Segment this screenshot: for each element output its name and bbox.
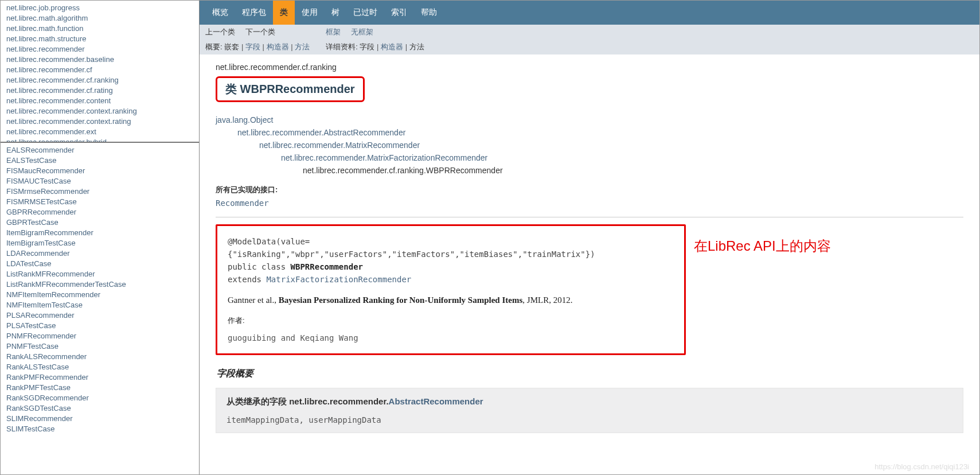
package-link[interactable]: net.librec.recommender.baseline xyxy=(6,54,193,65)
decl-superclass-link[interactable]: MatrixFactorizationRecommender xyxy=(266,275,411,284)
summary-label: 概要: xyxy=(205,42,222,51)
class-link[interactable]: SLIMTestCase xyxy=(6,424,193,434)
model-annotation: @ModelData(value={"isRanking","wbpr","us… xyxy=(228,235,674,260)
inheritance-tree: java.lang.Object net.librec.recommender.… xyxy=(216,114,963,177)
summary-method-link[interactable]: 方法 xyxy=(295,42,310,51)
class-link[interactable]: RankSGDTestCase xyxy=(6,403,193,414)
package-link[interactable]: net.librec.recommender.cf xyxy=(6,65,193,75)
noframes-link[interactable]: 无框架 xyxy=(351,27,373,37)
class-link[interactable]: RankSGDRecommender xyxy=(6,393,193,403)
package-link[interactable]: net.librec.recommender.context.rating xyxy=(6,116,193,127)
detail-label: 详细资料: xyxy=(326,42,358,51)
nav-packages[interactable]: 程序包 xyxy=(235,1,273,25)
separator xyxy=(216,217,963,217)
iface-link[interactable]: Recommender xyxy=(216,198,269,208)
description-row: @ModelData(value={"isRanking","wbpr","us… xyxy=(216,222,963,355)
class-link[interactable]: ItemBigramRecommender xyxy=(6,228,193,238)
nav-help[interactable]: 帮助 xyxy=(414,1,444,25)
author-names: guoguibing and Keqiang Wang xyxy=(228,332,674,344)
inherited-fields-block: 从类继承的字段 net.librec.recommender.AbstractR… xyxy=(216,388,963,433)
class-link[interactable]: ListRankMFRecommender xyxy=(6,269,193,279)
package-link[interactable]: net.librec.job.progress xyxy=(6,3,193,13)
class-link[interactable]: LDARecommender xyxy=(6,248,193,259)
package-link[interactable]: net.librec.recommender.cf.rating xyxy=(6,85,193,96)
package-link[interactable]: net.librec.recommender xyxy=(6,44,193,54)
nav-class[interactable]: 类 xyxy=(273,1,295,25)
package-link[interactable]: net.librec.recommender.ext xyxy=(6,127,193,137)
package-link[interactable]: net.librec.math.algorithm xyxy=(6,13,193,24)
summary-nested: 嵌套 xyxy=(224,42,239,51)
summary-field-link[interactable]: 字段 xyxy=(245,42,260,51)
package-list-pane[interactable]: net.librec.job.progressnet.librec.math.a… xyxy=(1,1,199,143)
field-summary-heading: 字段概要 xyxy=(217,368,963,380)
summary-constr-link[interactable]: 构造器 xyxy=(267,42,289,51)
package-link[interactable]: net.librec.recommender.hybrid xyxy=(6,137,193,143)
class-link[interactable]: PNMFRecommender xyxy=(6,331,193,341)
package-link[interactable]: net.librec.recommender.context.ranking xyxy=(6,106,193,116)
reference-paragraph: Gantner et al., Bayesian Personalized Ra… xyxy=(228,294,674,306)
class-link[interactable]: NMFItemItemTestCase xyxy=(6,300,193,310)
class-link[interactable]: PNMFTestCase xyxy=(6,341,193,352)
class-link[interactable]: FISMAUCTestCase xyxy=(6,176,193,186)
content: net.librec.recommender.cf.ranking 类 WBPR… xyxy=(200,54,979,445)
class-link[interactable]: LDATestCase xyxy=(6,259,193,269)
sub-nav: 上一个类 下一个类 框架 无框架 xyxy=(200,25,979,40)
author-label: 作者: xyxy=(228,314,674,327)
package-link[interactable]: net.librec.recommender.content xyxy=(6,96,193,106)
class-link[interactable]: NMFItemItemRecommender xyxy=(6,290,193,300)
summary-group: 概要: 嵌套 | 字段 | 构造器 | 方法 xyxy=(205,42,310,52)
next-class-link[interactable]: 下一个类 xyxy=(245,27,275,37)
detail-method: 方法 xyxy=(409,42,424,51)
sub-nav-2: 概要: 嵌套 | 字段 | 构造器 | 方法 详细资料: 字段 | 构造器 | … xyxy=(200,40,979,54)
class-link[interactable]: PLSARecommender xyxy=(6,310,193,321)
nav-use[interactable]: 使用 xyxy=(295,1,325,25)
right-column: 概览 程序包 类 使用 树 已过时 索引 帮助 上一个类 下一个类 框架 无框架… xyxy=(200,1,979,474)
class-link[interactable]: FISMrmseRecommender xyxy=(6,186,193,197)
package-link[interactable]: net.librec.math.structure xyxy=(6,34,193,44)
hier-3[interactable]: net.librec.recommender.MatrixFactorizati… xyxy=(281,153,487,162)
nav-overview[interactable]: 概览 xyxy=(205,1,235,25)
decl-extends: extends xyxy=(228,275,266,284)
top-nav: 概览 程序包 类 使用 树 已过时 索引 帮助 xyxy=(200,1,979,25)
package-link[interactable]: net.librec.math.function xyxy=(6,24,193,34)
class-link[interactable]: ListRankMFRecommenderTestCase xyxy=(6,279,193,290)
decl-name: WBPRRecommender xyxy=(291,262,363,271)
class-title-box: 类 WBPRRecommender xyxy=(216,76,365,102)
nav-deprecated[interactable]: 已过时 xyxy=(346,1,384,25)
iface-label: 所有已实现的接口: xyxy=(216,185,278,194)
class-link[interactable]: RankPMFTestCase xyxy=(6,383,193,393)
detail-constr-link[interactable]: 构造器 xyxy=(381,42,403,51)
hier-1[interactable]: net.librec.recommender.AbstractRecommend… xyxy=(237,128,405,137)
class-link[interactable]: FISMaucRecommender xyxy=(6,166,193,176)
prev-class-link[interactable]: 上一个类 xyxy=(205,27,235,37)
hier-4: net.librec.recommender.cf.ranking.WBPRRe… xyxy=(303,166,503,175)
class-link[interactable]: PLSATestCase xyxy=(6,321,193,331)
detail-field: 字段 xyxy=(360,42,374,51)
inherited-heading: 从类继承的字段 net.librec.recommender.AbstractR… xyxy=(227,396,952,407)
class-link[interactable]: SLIMRecommender xyxy=(6,414,193,424)
inherited-class-link[interactable]: AbstractRecommender xyxy=(389,396,483,406)
class-link[interactable]: ItemBigramTestCase xyxy=(6,238,193,248)
class-link[interactable]: EALSRecommender xyxy=(6,145,193,155)
nav-tree[interactable]: 树 xyxy=(325,1,346,25)
watermark: https://blog.csdn.net/qiqi123i xyxy=(874,462,969,471)
frames-link[interactable]: 框架 xyxy=(326,27,341,37)
class-link[interactable]: EALSTestCase xyxy=(6,155,193,166)
left-column: net.librec.job.progressnet.librec.math.a… xyxy=(1,1,200,474)
class-link[interactable]: FISMRMSETestCase xyxy=(6,197,193,207)
class-list-pane[interactable]: EALSRecommenderEALSTestCaseFISMaucRecomm… xyxy=(1,143,199,474)
inherited-field-list: itemMappingData, userMappingData xyxy=(227,415,381,425)
nav-index[interactable]: 索引 xyxy=(384,1,414,25)
class-description-box: @ModelData(value={"isRanking","wbpr","us… xyxy=(216,224,686,355)
class-link[interactable]: RankPMFRecommender xyxy=(6,372,193,383)
hier-0[interactable]: java.lang.Object xyxy=(216,115,273,124)
package-line: net.librec.recommender.cf.ranking xyxy=(216,63,963,72)
class-link[interactable]: GBPRRecommender xyxy=(6,207,193,217)
package-link[interactable]: net.librec.recommender.cf.ranking xyxy=(6,75,193,85)
red-annotation-note: 在LibRec API上的内容 xyxy=(694,237,831,255)
class-link[interactable]: GBPRTestCase xyxy=(6,217,193,228)
class-link[interactable]: RankALSRecommender xyxy=(6,352,193,362)
hier-2[interactable]: net.librec.recommender.MatrixRecommender xyxy=(259,141,420,150)
class-link[interactable]: RankALSTestCase xyxy=(6,362,193,372)
detail-group: 详细资料: 字段 | 构造器 | 方法 xyxy=(326,42,424,52)
